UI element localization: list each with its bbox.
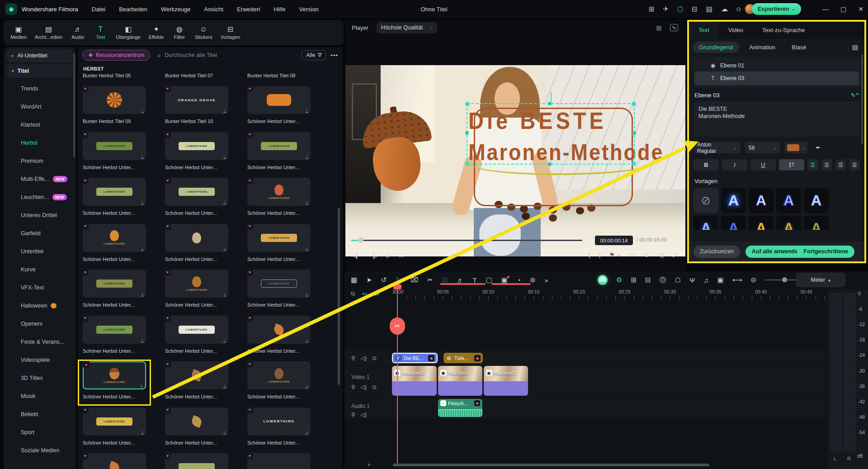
download-icon[interactable]: ↓ (141, 338, 144, 342)
template-card[interactable]: LOWERTHIRD♥↓ (83, 316, 146, 344)
download-icon[interactable]: ↓ (141, 108, 144, 113)
favorite-heart-icon[interactable]: ♥ (164, 406, 171, 414)
share-icon[interactable]: ✈ (663, 5, 669, 13)
mask-icon[interactable]: ▢ (486, 276, 492, 284)
favorite-heart-icon[interactable]: ♥ (164, 223, 171, 230)
template-card[interactable]: ♥↓ (247, 316, 311, 344)
download-icon[interactable]: ↓ (306, 246, 309, 251)
snapping-icon[interactable]: ⍉ (351, 290, 354, 298)
sidebar-item-trends[interactable]: Trends (4, 80, 76, 98)
more-tools-icon[interactable]: » (545, 276, 548, 284)
download-icon[interactable]: ↓ (223, 154, 226, 159)
download-icon[interactable]: ↓ (141, 292, 144, 296)
favorite-heart-icon[interactable]: ♥ (246, 452, 253, 460)
split-icon[interactable]: ✂ (427, 276, 433, 284)
resize-handle[interactable] (632, 102, 636, 106)
template-card[interactable]: LOWERTHIRD♥↓ (83, 224, 146, 252)
sidebar-item-halloween[interactable]: Halloween (4, 297, 76, 315)
sidebar-item-soziale-medien[interactable]: Soziale Medien (4, 441, 76, 460)
template-card[interactable]: LOWERTHIRD♥↓ (247, 224, 311, 252)
screen-record-icon[interactable]: ▣ (717, 276, 724, 284)
tab-archi-edien[interactable]: ▤Archi...edien (31, 25, 66, 40)
play-button[interactable]: ▷ (387, 251, 392, 259)
track-lock-icon[interactable]: ⚲ (351, 412, 355, 418)
sidebar-item-herbst[interactable]: Herbst (4, 134, 76, 152)
audio-clip[interactable]: ♪ Fleisch... ◆ (438, 399, 482, 417)
mark-in-icon[interactable]: { (588, 251, 590, 259)
video-clip[interactable]: ▣maronen (438, 366, 482, 396)
favorite-heart-icon[interactable]: ♥ (164, 268, 171, 276)
gift-icon[interactable]: ⊞ (649, 5, 655, 13)
sidebar-group-titel[interactable]: ▾Titel (6, 64, 73, 78)
restore-button[interactable]: ▢ (840, 5, 846, 13)
stop-button[interactable]: □ (399, 251, 403, 259)
zoom-out-icon[interactable]: ⊖ (751, 276, 757, 284)
favorite-heart-icon[interactable]: ♥ (164, 452, 171, 460)
zoom-slider-handle[interactable] (782, 277, 787, 282)
sidebar-item-openers[interactable]: Openers (4, 315, 76, 333)
template-card[interactable]: ♥↓ (247, 453, 311, 469)
fullscreen-icon[interactable]: ⤢ (673, 251, 677, 259)
favorite-heart-icon[interactable]: ♥ (82, 314, 89, 322)
sidebar-item-leuchten-[interactable]: Leuchten...NEW (4, 188, 76, 206)
voiceover-icon[interactable]: Ψ (689, 276, 695, 284)
sidebar-item-klartext[interactable]: Klartext (4, 116, 76, 134)
delete-icon[interactable]: ⌧ (410, 276, 418, 284)
download-icon[interactable]: ↓ (223, 246, 226, 251)
template-card[interactable]: LOWERTHIRD♥↓ (247, 132, 311, 160)
text-clip-selected[interactable]: T Die BES... ◆ (392, 353, 438, 363)
download-icon[interactable]: ↓ (306, 108, 309, 113)
sidebar-item-feste-verans-[interactable]: Feste & Verans... (4, 333, 76, 351)
track-speaker-icon[interactable]: ◁) (361, 355, 367, 361)
favorite-heart-icon[interactable]: ♥ (246, 85, 253, 92)
display-icon[interactable]: ⊟ (692, 5, 698, 13)
resize-handle[interactable] (548, 162, 552, 166)
template-card[interactable]: LOWERTHIRD♥↓ (165, 132, 228, 160)
mark-out-icon[interactable]: } (599, 251, 601, 259)
download-icon[interactable]: ↓ (306, 338, 309, 342)
close-button[interactable]: ✕ (858, 5, 863, 13)
sidebar-item-3d-titles[interactable]: 3D Titles (4, 369, 76, 387)
meter-toggle-button[interactable]: Meter ▴ (796, 273, 845, 287)
track-speaker-icon[interactable]: ◁) (361, 412, 367, 418)
text-clip[interactable]: ⊚ Türk... ◆ (443, 353, 483, 363)
favorite-heart-icon[interactable]: ♥ (164, 360, 171, 368)
layout-grid-icon[interactable]: ▦ (656, 24, 662, 31)
favorite-heart-icon[interactable]: ♥ (82, 131, 89, 138)
favorite-heart-icon[interactable]: ♥ (164, 131, 171, 138)
copyright-shield-icon[interactable]: ☖ (675, 276, 681, 284)
template-card[interactable]: LOWERTHIRD♥↓ (83, 178, 146, 206)
sidebar-item-sport[interactable]: Sport (4, 423, 76, 441)
sync-spinner-icon[interactable] (677, 6, 683, 12)
download-icon[interactable]: ↓ (141, 430, 144, 434)
undo-icon[interactable]: ↺ (381, 276, 387, 284)
favorite-heart-icon[interactable]: ♥ (164, 176, 171, 184)
sidebar-item-multi-effe-[interactable]: Multi-Effe...NEW (4, 170, 76, 188)
download-icon[interactable]: ↓ (223, 108, 226, 113)
mute-icon[interactable]: ◁) (657, 251, 664, 259)
favorite-heart-icon[interactable]: ♥ (246, 176, 253, 184)
template-card[interactable]: LOWERTHIRD♥↓ (83, 407, 146, 436)
download-icon[interactable]: ↓ (306, 430, 309, 434)
snapshot-icon[interactable]: ⊙ (644, 251, 649, 259)
select-tool-icon[interactable]: ➤ (366, 276, 372, 284)
download-icon[interactable]: ↓ (141, 154, 144, 159)
track-speaker-icon[interactable]: ◁) (361, 384, 367, 390)
resource-center-button[interactable]: ❖ Ressourcenzentrum (82, 50, 150, 61)
add-track-button[interactable]: + (367, 461, 371, 468)
sidebar-item-kurve[interactable]: Kurve (4, 261, 76, 279)
color-match-icon[interactable]: ⊚ (530, 276, 536, 284)
scopes-icon[interactable]: ∿ (670, 24, 678, 31)
sidebar-item-vfx-text[interactable]: VFX-Text (4, 279, 76, 297)
download-icon[interactable]: ↓ (141, 246, 144, 251)
playhead[interactable] (397, 287, 398, 463)
template-card[interactable]: ♥↓ (247, 86, 311, 114)
download-icon[interactable]: ↓ (306, 384, 309, 388)
save-icon[interactable]: ▤ (706, 5, 712, 13)
search-input[interactable]: Durchsuche alle Titel (165, 52, 302, 58)
render-preview-icon[interactable]: Ⓓ (660, 276, 666, 284)
prev-frame-button[interactable]: ◁▏ (352, 251, 362, 259)
cloud-upload-icon[interactable]: ☁ (721, 5, 728, 13)
favorite-heart-icon[interactable]: ♥ (246, 268, 253, 276)
template-card[interactable]: LOWERTHIRD♥↓ (247, 407, 311, 436)
